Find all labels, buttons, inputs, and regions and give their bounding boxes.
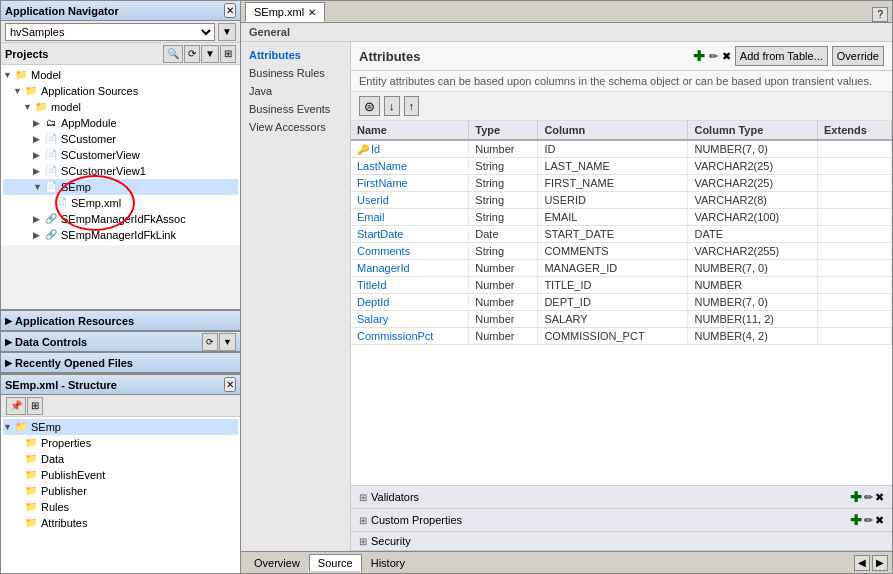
refresh-btn[interactable]: ⟳ bbox=[184, 45, 200, 63]
bottom-tab-history[interactable]: History bbox=[362, 554, 414, 572]
edit-attr-btn[interactable]: ✏ bbox=[709, 50, 718, 63]
data-controls-btn1[interactable]: ⟳ bbox=[202, 333, 218, 351]
app-navigator-close[interactable]: ✕ bbox=[224, 3, 236, 18]
filter-attr-btn[interactable]: ⊜ bbox=[359, 96, 380, 116]
tree-item-scustomerview[interactable]: ▶ 📄 SCustomerView bbox=[3, 147, 238, 163]
expand-semp[interactable]: ▼ bbox=[33, 182, 43, 192]
tree-item-semp[interactable]: ▼ 📄 SEmp bbox=[3, 179, 238, 195]
custom-props-add-btn[interactable]: ✚ bbox=[850, 512, 862, 528]
security-header[interactable]: ⊞ Security bbox=[351, 532, 892, 550]
data-controls-header[interactable]: ▶ Data Controls ⟳ ▼ bbox=[1, 332, 240, 352]
nav-item-java[interactable]: Java bbox=[241, 82, 350, 100]
left-navigation: Attributes Business Rules Java Business … bbox=[241, 42, 351, 551]
tab-close-btn[interactable]: ✕ bbox=[308, 7, 316, 18]
app-navigator-title: Application Navigator bbox=[5, 5, 224, 17]
structure-pin-btn[interactable]: 📌 bbox=[6, 397, 26, 415]
custom-props-del-btn[interactable]: ✖ bbox=[875, 512, 884, 528]
expand-semp-xml[interactable] bbox=[43, 198, 53, 208]
tree-item-sempmanager-link[interactable]: ▶ 🔗 SEmpManagerIdFkLink bbox=[3, 227, 238, 243]
nav-item-attributes[interactable]: Attributes bbox=[241, 46, 350, 64]
structure-item-publishevent[interactable]: 📁 PublishEvent bbox=[3, 467, 238, 483]
tree-item-sempmanager-assoc[interactable]: ▶ 🔗 SEmpManagerIdFkAssoc bbox=[3, 211, 238, 227]
app-resources-header[interactable]: ▶ Application Resources bbox=[1, 311, 240, 331]
expand-sempmanager-link[interactable]: ▶ bbox=[33, 230, 43, 240]
data-controls-btn2[interactable]: ▼ bbox=[219, 333, 236, 351]
structure-attributes-icon: 📁 bbox=[23, 516, 39, 530]
table-row[interactable]: CommissionPctNumberCOMMISSION_PCTNUMBER(… bbox=[351, 328, 892, 345]
new-btn[interactable]: 🔍 bbox=[163, 45, 183, 63]
table-row[interactable]: ManagerIdNumberMANAGER_IDNUMBER(7, 0) bbox=[351, 260, 892, 277]
expand-sempmanager-assoc[interactable]: ▶ bbox=[33, 214, 43, 224]
scroll-right-btn[interactable]: ▶ bbox=[872, 555, 888, 571]
recently-opened-expand: ▶ bbox=[5, 358, 12, 368]
table-row[interactable]: FirstNameStringFIRST_NAMEVARCHAR2(25) bbox=[351, 175, 892, 192]
table-row[interactable]: DeptIdNumberDEPT_IDNUMBER(7, 0) bbox=[351, 294, 892, 311]
structure-item-properties[interactable]: 📁 Properties bbox=[3, 435, 238, 451]
override-btn[interactable]: Override bbox=[832, 46, 884, 66]
structure-item-semp[interactable]: ▼ 📁 SEmp bbox=[3, 419, 238, 435]
custom-props-edit-btn[interactable]: ✏ bbox=[864, 512, 873, 528]
structure-expand-semp[interactable]: ▼ bbox=[3, 422, 13, 432]
recently-opened-header[interactable]: ▶ Recently Opened Files bbox=[1, 353, 240, 373]
table-row[interactable]: TitleIdNumberTITLE_IDNUMBER bbox=[351, 277, 892, 294]
bottom-tab-source[interactable]: Source bbox=[309, 554, 362, 571]
project-tree[interactable]: ▼ 📁 Model ▼ 📁 Application Sources ▼ 📁 bbox=[1, 65, 240, 245]
tree-item-appmodule[interactable]: ▶ 🗂 AppModule bbox=[3, 115, 238, 131]
delete-attr-btn[interactable]: ✖ bbox=[722, 50, 731, 63]
nav-item-business-rules[interactable]: Business Rules bbox=[241, 64, 350, 82]
sort-down-btn[interactable]: ↓ bbox=[384, 96, 400, 116]
cell-type: Number bbox=[469, 277, 538, 294]
structure-tree[interactable]: ▼ 📁 SEmp 📁 Properties 📁 Dat bbox=[1, 417, 240, 573]
tree-item-app-sources[interactable]: ▼ 📁 Application Sources bbox=[3, 83, 238, 99]
expand-appmodule[interactable]: ▶ bbox=[33, 118, 43, 128]
structure-item-rules[interactable]: 📁 Rules bbox=[3, 499, 238, 515]
expand-model-folder[interactable]: ▼ bbox=[23, 102, 33, 112]
validators-header[interactable]: ⊞ Validators ✚ ✏ ✖ bbox=[351, 486, 892, 508]
table-row[interactable]: LastNameStringLAST_NAMEVARCHAR2(25) bbox=[351, 158, 892, 175]
main-body: Application Navigator ✕ hvSamples ▼ Proj… bbox=[1, 1, 892, 573]
workspace-dropdown[interactable]: hvSamples bbox=[5, 23, 215, 41]
add-from-table-btn[interactable]: Add from Table... bbox=[735, 46, 828, 66]
structure-expand-btn[interactable]: ⊞ bbox=[27, 397, 43, 415]
expand-scustomerview[interactable]: ▶ bbox=[33, 150, 43, 160]
custom-props-header[interactable]: ⊞ Custom Properties ✚ ✏ ✖ bbox=[351, 509, 892, 531]
tree-item-model[interactable]: ▼ 📁 Model bbox=[3, 67, 238, 83]
structure-close[interactable]: ✕ bbox=[224, 377, 236, 392]
table-row[interactable]: EmailStringEMAILVARCHAR2(100) bbox=[351, 209, 892, 226]
layout-btn[interactable]: ⊞ bbox=[220, 45, 236, 63]
structure-label-attributes: Attributes bbox=[41, 517, 87, 529]
cell-extends bbox=[818, 328, 892, 345]
table-row[interactable]: UseridStringUSERIDVARCHAR2(8) bbox=[351, 192, 892, 209]
table-row[interactable]: 🔑IdNumberIDNUMBER(7, 0) bbox=[351, 140, 892, 158]
bottom-tab-overview[interactable]: Overview bbox=[245, 554, 309, 572]
cell-column: COMMISSION_PCT bbox=[538, 328, 688, 345]
table-row[interactable]: CommentsStringCOMMENTSVARCHAR2(255) bbox=[351, 243, 892, 260]
dropdown-icon-btn[interactable]: ▼ bbox=[218, 23, 236, 41]
expand-model[interactable]: ▼ bbox=[3, 70, 13, 80]
structure-item-attributes[interactable]: 📁 Attributes bbox=[3, 515, 238, 531]
filter-btn[interactable]: ▼ bbox=[201, 45, 219, 63]
expand-scustomerview1[interactable]: ▶ bbox=[33, 166, 43, 176]
help-button[interactable]: ? bbox=[872, 7, 888, 22]
structure-item-data[interactable]: 📁 Data bbox=[3, 451, 238, 467]
expand-scustomer[interactable]: ▶ bbox=[33, 134, 43, 144]
tree-label-scustomerview: SCustomerView bbox=[61, 149, 140, 161]
table-row[interactable]: StartDateDateSTART_DATEDATE bbox=[351, 226, 892, 243]
nav-item-view-accessors[interactable]: View Accessors bbox=[241, 118, 350, 136]
expand-app-sources[interactable]: ▼ bbox=[13, 86, 23, 96]
scroll-left-btn[interactable]: ◀ bbox=[854, 555, 870, 571]
tree-item-model-folder[interactable]: ▼ 📁 model bbox=[3, 99, 238, 115]
validators-del-btn[interactable]: ✖ bbox=[875, 489, 884, 505]
structure-item-publisher[interactable]: 📁 Publisher bbox=[3, 483, 238, 499]
tab-semp-xml[interactable]: SEmp.xml ✕ bbox=[245, 2, 325, 22]
tree-item-scustomer[interactable]: ▶ 📄 SCustomer bbox=[3, 131, 238, 147]
nav-item-business-events[interactable]: Business Events bbox=[241, 100, 350, 118]
tree-item-scustomerview1[interactable]: ▶ 📄 SCustomerView1 bbox=[3, 163, 238, 179]
table-row[interactable]: SalaryNumberSALARYNUMBER(11, 2) bbox=[351, 311, 892, 328]
validators-add-btn[interactable]: ✚ bbox=[850, 489, 862, 505]
tree-item-semp-xml[interactable]: 📄 SEmp.xml bbox=[3, 195, 238, 211]
add-attr-btn[interactable]: ✚ bbox=[693, 48, 705, 64]
tree-item-sempmanager-link1[interactable]: ▶ 🔗 SEmpManagerIdFkLink1 bbox=[3, 243, 238, 245]
sort-up-btn[interactable]: ↑ bbox=[404, 96, 420, 116]
validators-edit-btn[interactable]: ✏ bbox=[864, 489, 873, 505]
